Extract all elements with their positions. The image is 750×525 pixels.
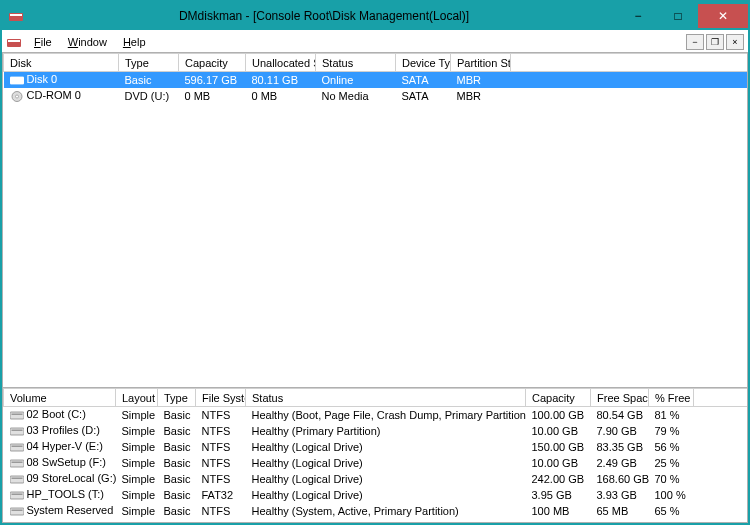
svg-rect-15 <box>11 461 22 463</box>
disk-table: Disk Type Capacity Unallocated Sp... Sta… <box>3 53 747 104</box>
volume-name: HP_TOOLS (T:) <box>27 488 104 500</box>
cell-vol-type: Basic <box>158 487 196 503</box>
cell-status: No Media <box>316 88 396 104</box>
header-free[interactable]: Free Space <box>591 389 649 407</box>
header-pct[interactable]: % Free <box>649 389 694 407</box>
header-filler <box>694 389 748 407</box>
cell-free: 7.90 GB <box>591 423 649 439</box>
cell-disk: CD-ROM 0 <box>4 88 119 104</box>
cell-pct: 70 % <box>649 471 694 487</box>
menu-window[interactable]: Window <box>60 33 115 51</box>
cell-vol-capacity: 242.00 GB <box>526 471 591 487</box>
disk-name: Disk 0 <box>27 73 58 85</box>
disk-list-pane[interactable]: Disk Type Capacity Unallocated Sp... Sta… <box>3 53 747 387</box>
close-button[interactable]: ✕ <box>698 4 748 28</box>
cell-vol-capacity: 3.95 GB <box>526 487 591 503</box>
svg-point-7 <box>15 95 18 98</box>
cell-vol-status: Healthy (Logical Drive) <box>246 439 526 455</box>
menu-file[interactable]: File <box>26 33 60 51</box>
cell-pct: 65 % <box>649 503 694 519</box>
cell-fs: NTFS <box>196 471 246 487</box>
cell-pct: 79 % <box>649 423 694 439</box>
cell-capacity: 0 MB <box>179 88 246 104</box>
menu-help[interactable]: Help <box>115 33 154 51</box>
volume-row[interactable]: System ReservedSimpleBasicNTFSHealthy (S… <box>4 503 748 519</box>
cell-pct: 56 % <box>649 439 694 455</box>
disk-header-row: Disk Type Capacity Unallocated Sp... Sta… <box>4 54 748 72</box>
header-filler <box>511 54 748 72</box>
svg-rect-9 <box>11 414 22 416</box>
cell-layout: Simple <box>116 487 158 503</box>
mdi-app-icon[interactable] <box>6 34 22 50</box>
minimize-button[interactable]: − <box>618 4 658 28</box>
cell-vol-status: Healthy (Logical Drive) <box>246 487 526 503</box>
header-disk[interactable]: Disk <box>4 54 119 72</box>
volume-header-row: Volume Layout Type File System Status Ca… <box>4 389 748 407</box>
volume-icon <box>10 506 24 517</box>
svg-rect-19 <box>11 493 22 495</box>
header-volume[interactable]: Volume <box>4 389 116 407</box>
header-fs[interactable]: File System <box>196 389 246 407</box>
cell-type: Basic <box>119 72 179 88</box>
header-status[interactable]: Status <box>316 54 396 72</box>
volume-name: 08 SwSetup (F:) <box>27 456 106 468</box>
svg-rect-10 <box>10 428 24 435</box>
cell-vol-type: Basic <box>158 423 196 439</box>
volume-row[interactable]: 03 Profiles (D:)SimpleBasicNTFSHealthy (… <box>4 423 748 439</box>
header-layout[interactable]: Layout <box>116 389 158 407</box>
disk-row[interactable]: CD-ROM 0DVD (U:)0 MB0 MBNo MediaSATAMBR <box>4 88 748 104</box>
cell-vol-type: Basic <box>158 407 196 423</box>
header-vol-type[interactable]: Type <box>158 389 196 407</box>
mdi-restore-button[interactable]: ❐ <box>706 34 724 50</box>
svg-rect-21 <box>11 509 22 511</box>
cell-type: DVD (U:) <box>119 88 179 104</box>
menubar: File Window Help − ❐ × <box>2 30 748 54</box>
volume-row[interactable]: 04 Hyper-V (E:)SimpleBasicNTFSHealthy (L… <box>4 439 748 455</box>
volume-row[interactable]: 02 Boot (C:)SimpleBasicNTFSHealthy (Boot… <box>4 407 748 423</box>
titlebar[interactable]: DMdiskman - [Console Root\Disk Managemen… <box>2 2 748 30</box>
svg-rect-20 <box>10 508 24 515</box>
maximize-button[interactable]: □ <box>658 4 698 28</box>
svg-rect-8 <box>10 412 24 419</box>
mdi-close-button[interactable]: × <box>726 34 744 50</box>
header-vol-capacity[interactable]: Capacity <box>526 389 591 407</box>
svg-rect-11 <box>11 429 22 431</box>
cell-free: 3.93 GB <box>591 487 649 503</box>
volume-row[interactable]: HP_TOOLS (T:)SimpleBasicFAT32Healthy (Lo… <box>4 487 748 503</box>
cell-vol-status: Healthy (Boot, Page File, Crash Dump, Pr… <box>246 407 526 423</box>
cell-volume: 04 Hyper-V (E:) <box>4 439 116 455</box>
header-type[interactable]: Type <box>119 54 179 72</box>
cell-capacity: 596.17 GB <box>179 72 246 88</box>
header-device-type[interactable]: Device Type <box>396 54 451 72</box>
cell-layout: Simple <box>116 455 158 471</box>
cell-pct: 81 % <box>649 407 694 423</box>
volume-name: 09 StoreLocal (G:) <box>27 472 116 484</box>
header-capacity[interactable]: Capacity <box>179 54 246 72</box>
cell-pct: 100 % <box>649 487 694 503</box>
mdi-controls: − ❐ × <box>686 34 744 50</box>
volume-row[interactable]: 09 StoreLocal (G:)SimpleBasicNTFSHealthy… <box>4 471 748 487</box>
svg-rect-17 <box>11 477 22 479</box>
volume-icon <box>10 426 24 437</box>
cell-disk: Disk 0 <box>4 72 119 88</box>
cdrom-icon <box>10 91 24 102</box>
cell-free: 168.60 GB <box>591 471 649 487</box>
header-vol-status[interactable]: Status <box>246 389 526 407</box>
volume-list-pane[interactable]: Volume Layout Type File System Status Ca… <box>3 387 747 522</box>
svg-rect-18 <box>10 492 24 499</box>
header-unallocated[interactable]: Unallocated Sp... <box>246 54 316 72</box>
disk-row[interactable]: Disk 0Basic596.17 GB80.11 GBOnlineSATAMB… <box>4 72 748 88</box>
volume-row[interactable]: 08 SwSetup (F:)SimpleBasicNTFSHealthy (L… <box>4 455 748 471</box>
cell-vol-status: Healthy (Logical Drive) <box>246 471 526 487</box>
cell-vol-type: Basic <box>158 455 196 471</box>
svg-point-5 <box>20 80 22 82</box>
mdi-minimize-button[interactable]: − <box>686 34 704 50</box>
header-partition-style[interactable]: Partition Style <box>451 54 511 72</box>
cell-vol-status: Healthy (Logical Drive) <box>246 455 526 471</box>
svg-rect-13 <box>11 445 22 447</box>
volume-icon <box>10 442 24 453</box>
cell-device-type: SATA <box>396 88 451 104</box>
cell-volume: 08 SwSetup (F:) <box>4 455 116 471</box>
cell-free: 80.54 GB <box>591 407 649 423</box>
cell-volume: 02 Boot (C:) <box>4 407 116 423</box>
